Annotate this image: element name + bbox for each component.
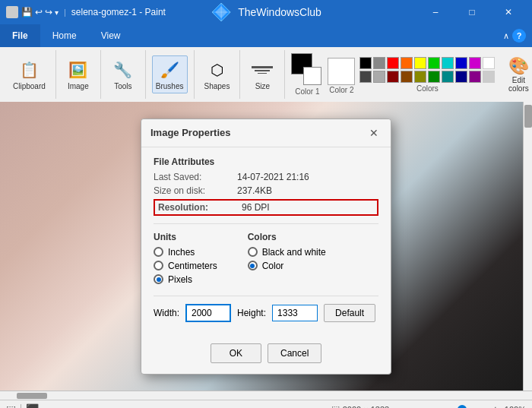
default-button[interactable]: Default [324, 304, 375, 322]
shapes-button[interactable]: ⬡ Shapes [201, 55, 234, 93]
logo-area: TheWindowsClub [211, 2, 321, 23]
dialog-close-button[interactable]: ✕ [366, 125, 382, 141]
help-icon[interactable]: ? [512, 29, 526, 43]
close-button[interactable]: ✕ [491, 0, 526, 24]
tools-button[interactable]: 🔧 Tools [107, 55, 139, 93]
last-saved-label: Last Saved: [154, 172, 237, 182]
color-radio-btn[interactable] [248, 261, 258, 270]
color-cell[interactable] [359, 57, 372, 69]
cancel-button[interactable]: Cancel [268, 343, 321, 363]
zoom-minus-button[interactable]: – [410, 403, 423, 409]
collapse-ribbon-icon[interactable]: ∧ [503, 31, 509, 41]
undo-icon[interactable]: ↩ [35, 7, 43, 17]
color-cell[interactable] [414, 57, 426, 69]
file-attributes-title: File Attributes [154, 157, 378, 167]
color-cell[interactable] [455, 57, 467, 69]
units-colors-section: Units Inches Centimeters Pixels [154, 232, 378, 288]
tools-icon: 🔧 [111, 58, 135, 82]
brushes-button[interactable]: 🖌️ Brushes [152, 55, 188, 93]
colors-group-label: Colors [359, 84, 495, 93]
resolution-value: 96 DPI [242, 202, 270, 213]
color-cell[interactable] [387, 57, 399, 69]
height-input[interactable] [272, 305, 318, 321]
color-cell[interactable] [455, 71, 467, 83]
color-cell[interactable] [483, 57, 495, 69]
last-saved-row: Last Saved: 14-07-2021 21:16 [154, 172, 378, 182]
color1-swatch[interactable] [291, 53, 323, 87]
color-cell[interactable] [483, 71, 495, 83]
color-cell[interactable] [373, 71, 385, 83]
minimize-button[interactable]: – [418, 0, 453, 24]
centimeters-radio-btn[interactable] [154, 261, 163, 270]
size-button[interactable]: Size [246, 55, 278, 93]
color2-swatch[interactable] [328, 58, 355, 85]
dialog-divider-1 [154, 223, 378, 224]
color-cell[interactable] [373, 57, 385, 69]
clipboard-icon: 📋 [17, 58, 41, 82]
color-label: Color [262, 261, 284, 271]
width-label: Width: [154, 308, 179, 318]
zoom-slider-thumb[interactable] [458, 405, 467, 409]
centimeters-label: Centimeters [168, 261, 217, 271]
inches-radio-btn[interactable] [154, 247, 163, 257]
dialog-titlebar: Image Properties ✕ [141, 119, 391, 147]
color-cell[interactable] [469, 57, 481, 69]
color-cell[interactable] [401, 71, 413, 83]
size-on-disk-row: Size on disk: 237.4KB [154, 185, 378, 196]
horizontal-scrollbar[interactable] [0, 391, 532, 400]
status-left: ⬚ ⬛ [6, 403, 319, 409]
shapes-group: ⬡ Shapes [195, 50, 241, 99]
zoom-text: 100% [505, 405, 526, 409]
zoom-plus-button[interactable]: + [489, 403, 502, 409]
pixels-label: Pixels [168, 274, 192, 285]
edit-colors-button[interactable]: 🎨 Edit colors [499, 54, 532, 95]
tab-file[interactable]: File [0, 24, 40, 47]
palette-row-2 [359, 71, 495, 83]
color-cell[interactable] [401, 57, 413, 69]
color-cell[interactable] [442, 71, 454, 83]
shapes-items: ⬡ Shapes [201, 52, 234, 97]
pixels-radio-btn[interactable] [154, 274, 163, 284]
color-cell[interactable] [359, 71, 372, 83]
dropdown-icon[interactable]: ▾ [55, 8, 59, 17]
color1-label: Color 1 [295, 87, 319, 96]
tab-view[interactable]: View [89, 24, 133, 47]
status-center: ⬚ 2000 × 1333px [331, 404, 398, 409]
width-input[interactable] [185, 304, 231, 322]
color-cell[interactable] [414, 71, 426, 83]
tab-home[interactable]: Home [40, 24, 89, 47]
tools-group: 🔧 Tools [101, 50, 146, 99]
edit-colors-label: Edit colors [505, 76, 532, 93]
color-cell[interactable] [442, 57, 454, 69]
quick-access: 💾 ↩ ↪ ▾ | selena-gomez-1 - Paint [21, 7, 166, 17]
palette-grid [359, 57, 495, 83]
redo-icon[interactable]: ↪ [45, 7, 52, 17]
color-cell[interactable] [428, 71, 440, 83]
clipboard-button[interactable]: 📋 Clipboard [9, 55, 49, 93]
color-radio[interactable]: Color [248, 261, 326, 271]
dimensions-text: 2000 × 1333px [343, 405, 398, 409]
status-sep-1 [21, 404, 21, 409]
scrollbar-thumb-horizontal[interactable] [17, 393, 47, 399]
color-cell[interactable] [469, 71, 481, 83]
bw-color-radio[interactable]: Black and white [248, 247, 326, 258]
title-bar: 💾 ↩ ↪ ▾ | selena-gomez-1 - Paint TheWind… [0, 0, 532, 24]
brushes-group: 🖌️ Brushes [146, 50, 195, 99]
size-icon [250, 58, 274, 82]
color2-group: Color 2 [328, 55, 355, 94]
units-inches-radio[interactable]: Inches [154, 247, 217, 258]
ok-button[interactable]: OK [211, 343, 261, 363]
dialog-footer: OK Cancel [141, 337, 391, 374]
save-quick-icon[interactable]: 💾 [21, 7, 33, 17]
units-title: Units [154, 232, 217, 242]
units-pixels-radio[interactable]: Pixels [154, 274, 217, 285]
dialog-overlay: Image Properties ✕ File Attributes Last … [0, 102, 532, 391]
maximize-button[interactable]: □ [454, 0, 489, 24]
units-centimeters-radio[interactable]: Centimeters [154, 261, 217, 271]
color-cell[interactable] [428, 57, 440, 69]
dialog-body: File Attributes Last Saved: 14-07-2021 2… [141, 147, 391, 337]
color-cell[interactable] [387, 71, 399, 83]
image-button[interactable]: 🖼️ Image [62, 55, 94, 93]
bw-radio-btn[interactable] [248, 247, 258, 257]
selection-icon: ⬚ [6, 403, 16, 409]
